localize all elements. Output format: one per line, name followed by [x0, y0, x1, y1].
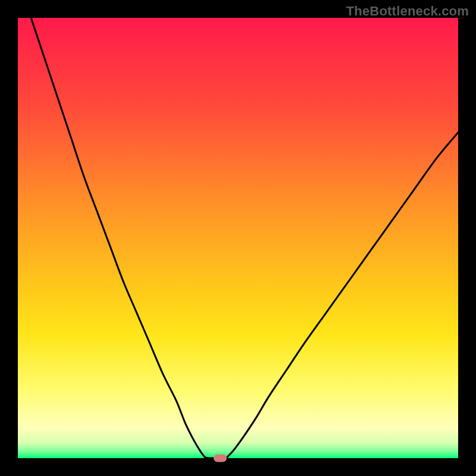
- chart-frame: TheBottleneck.com: [0, 0, 476, 476]
- optimal-point-marker: [214, 455, 227, 462]
- plot-area: [18, 18, 458, 458]
- curve-layer: [18, 18, 458, 458]
- watermark-text: TheBottleneck.com: [346, 4, 469, 19]
- bottleneck-curve: [31, 18, 458, 458]
